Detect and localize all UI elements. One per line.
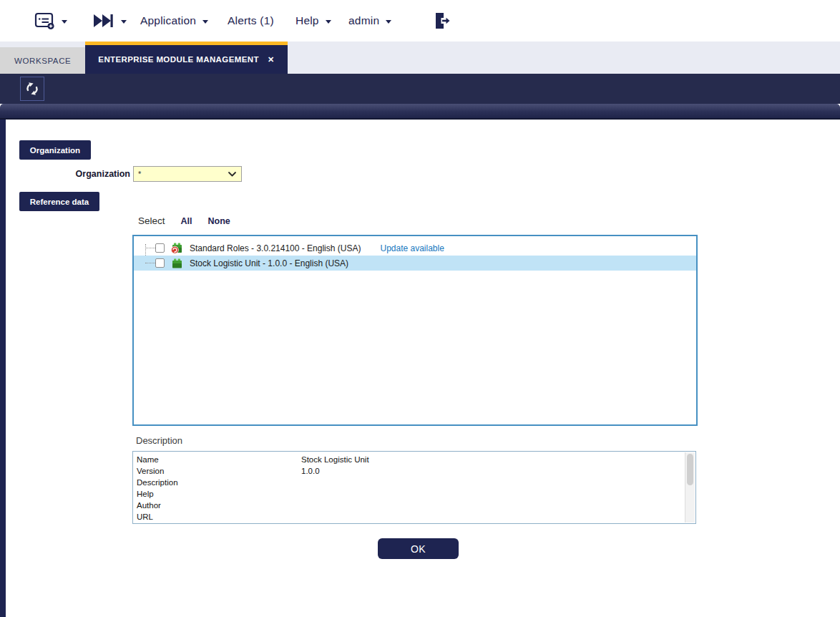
chevron-down-icon [121, 20, 127, 24]
admin-user-label: admin [348, 14, 379, 27]
form-menu-dropdown[interactable] [34, 0, 67, 42]
description-row-help: Help [137, 488, 681, 500]
description-row-label: Version [137, 465, 301, 477]
chevron-down-icon [202, 20, 208, 24]
select-links-row: Select All None [138, 215, 230, 226]
module-label: Standard Roles - 3.0.214100 - English (U… [190, 243, 361, 253]
menubar: Application Alerts (1) Help admin [0, 0, 840, 42]
fast-forward-dropdown[interactable] [92, 0, 127, 42]
description-row-label: Help [137, 488, 301, 500]
enterprise-module-management-panel: Organization Organization * Reference da… [0, 120, 840, 617]
refresh-icon [24, 81, 40, 97]
header-gradient-bar [0, 104, 840, 120]
description-panel: Name Stock Logistic Unit Version 1.0.0 D… [132, 451, 696, 524]
module-checkbox[interactable] [155, 243, 165, 253]
description-row-value [301, 500, 681, 511]
form-window-icon [34, 11, 55, 30]
select-none-link[interactable]: None [208, 216, 230, 226]
description-row-label: URL [137, 511, 301, 523]
tab-workspace[interactable]: WORKSPACE [0, 47, 85, 74]
chevron-down-icon [326, 20, 331, 24]
menu-item-alerts[interactable]: Alerts (1) [228, 0, 274, 42]
ok-button[interactable]: OK [378, 538, 459, 559]
description-row-version: Version 1.0.0 [137, 465, 681, 477]
description-row-author: Author [137, 500, 681, 511]
description-row-url: URL [137, 511, 681, 523]
module-checkbox[interactable] [155, 258, 165, 268]
description-row-value: 1.0.0 [301, 465, 681, 477]
menu-item-application[interactable]: Application [140, 0, 208, 42]
module-list[interactable]: Standard Roles - 3.0.214100 - English (U… [132, 235, 698, 426]
organization-select[interactable]: * [133, 166, 242, 182]
organization-select-value: * [138, 170, 228, 178]
description-row-value [301, 511, 681, 523]
fast-forward-icon [92, 13, 114, 29]
organization-section-header: Organization [19, 140, 91, 160]
description-row-value [301, 477, 681, 488]
logout-door-icon [433, 11, 450, 30]
chevron-down-icon [386, 20, 391, 24]
reference-data-section-label: Reference data [30, 198, 89, 206]
tab-enterprise-module-management[interactable]: ENTERPRISE MODULE MANAGEMENT ✕ [85, 42, 287, 74]
module-label: Stock Logistic Unit - 1.0.0 - English (U… [190, 258, 348, 268]
toolbar [0, 74, 840, 104]
module-row-standard-roles[interactable]: Standard Roles - 3.0.214100 - English (U… [134, 241, 696, 256]
module-row-stock-logistic-unit[interactable]: Stock Logistic Unit - 1.0.0 - English (U… [134, 256, 696, 271]
tab-bar: WORKSPACE ENTERPRISE MODULE MANAGEMENT ✕ [0, 42, 840, 74]
description-row-value [301, 488, 681, 500]
select-all-link[interactable]: All [181, 216, 192, 226]
tree-connector-dash [145, 248, 155, 248]
help-menu-label: Help [296, 14, 319, 27]
menu-item-admin[interactable]: admin [348, 0, 391, 42]
menu-item-help[interactable]: Help [296, 0, 331, 42]
tab-active-label: ENTERPRISE MODULE MANAGEMENT [98, 55, 259, 64]
chevron-down-icon [228, 171, 237, 178]
description-title: Description [136, 435, 182, 446]
update-available-link[interactable]: Update available [380, 243, 444, 253]
scrollbar-thumb[interactable] [687, 454, 693, 485]
tab-workspace-label: WORKSPACE [14, 57, 71, 65]
description-row-name: Name Stock Logistic Unit [137, 454, 681, 465]
description-row-description: Description [137, 477, 681, 488]
organization-field-label: Organization [6, 169, 130, 179]
description-row-label: Name [137, 454, 301, 465]
module-update-icon [171, 242, 183, 254]
reference-data-section-header: Reference data [19, 192, 99, 211]
organization-section-label: Organization [30, 146, 80, 155]
logout-button[interactable] [433, 0, 450, 42]
refresh-button[interactable] [20, 77, 44, 101]
description-row-value: Stock Logistic Unit [301, 454, 681, 465]
module-brick-icon [171, 257, 183, 269]
application-menu-label: Application [140, 14, 196, 27]
close-icon[interactable]: ✕ [268, 55, 275, 64]
select-label: Select [138, 215, 165, 226]
scrollbar[interactable] [685, 452, 695, 523]
tree-connector-dash [145, 263, 155, 263]
chevron-down-icon [62, 20, 67, 24]
description-row-label: Description [137, 477, 301, 488]
description-row-label: Author [137, 500, 301, 511]
alerts-menu-label: Alerts (1) [228, 14, 274, 27]
